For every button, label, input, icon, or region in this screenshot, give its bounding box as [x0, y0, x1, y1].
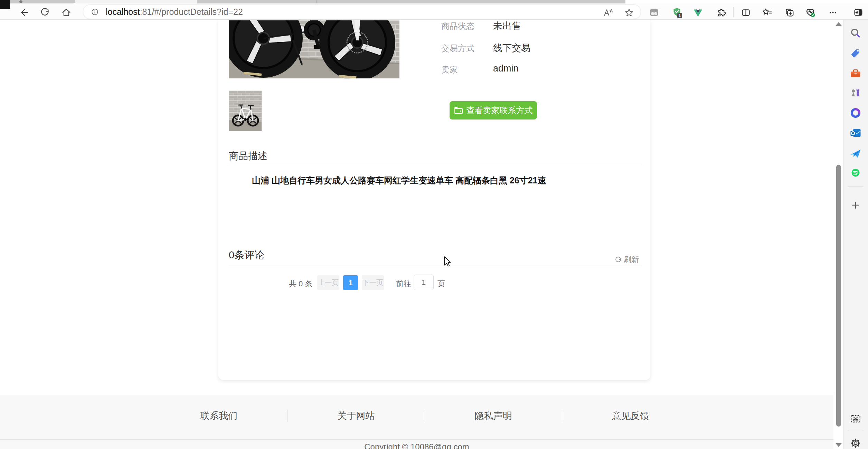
read-aloud-button[interactable]: [601, 6, 614, 19]
active-tab-partial[interactable]: [75, 0, 197, 3]
sidebar-drop-button[interactable]: [848, 146, 863, 161]
footer-link-feedback[interactable]: 意见反馈: [562, 410, 699, 422]
sidebar-spotify-button[interactable]: [848, 165, 863, 180]
window-edge-corner: [0, 0, 10, 9]
description-section-title: 商品描述: [229, 150, 267, 163]
sidebar-add-button[interactable]: [848, 198, 863, 213]
info-value-trade-method: 线下交易: [493, 42, 530, 54]
sidebar-toggle-icon: [852, 7, 864, 18]
mouse-cursor: [443, 256, 452, 269]
sidebar-m365-button[interactable]: [848, 105, 863, 121]
bike-photo: Wellcis: [229, 20, 399, 78]
site-info-icon: [90, 7, 100, 17]
footer-link-about-site[interactable]: 关于网站: [287, 410, 425, 422]
refresh-button[interactable]: [39, 6, 51, 19]
extension-vue-devtools-button[interactable]: [692, 6, 704, 19]
comments-divider: [229, 266, 642, 266]
pagination-total: 共 0 条: [289, 279, 312, 289]
product-thumbnail[interactable]: [229, 90, 262, 131]
description-divider: [229, 165, 642, 165]
url-text[interactable]: localhost:81/#/productDetails?id=22: [106, 4, 243, 19]
info-label-seller: 卖家: [441, 64, 458, 75]
favorite-star-icon: [623, 7, 635, 18]
grayapp-extension-icon: [648, 6, 660, 19]
copyright-divider: [0, 439, 833, 440]
favorites-list-icon: [761, 7, 773, 18]
settings-more-button[interactable]: [827, 6, 839, 19]
essentials-heart-pulse-icon: [804, 6, 817, 19]
info-value-seller: admin: [493, 63, 519, 74]
comments-count-title: 0条评论: [229, 248, 264, 262]
back-icon: [18, 7, 30, 18]
extension-shield-button[interactable]: 1: [671, 6, 683, 19]
pagination-jump-input[interactable]: [414, 275, 434, 290]
sidebar-screenshot-button[interactable]: [848, 411, 863, 427]
read-aloud-icon: [602, 7, 613, 18]
bike-thumbnail-photo: [229, 91, 262, 131]
pagination-jump-prefix: 前往: [396, 279, 411, 289]
sidebar-search-button[interactable]: [848, 26, 863, 41]
site-info-button[interactable]: [88, 6, 101, 18]
microsoft-365-icon: [849, 106, 862, 120]
pagination-jump-suffix: 页: [437, 279, 445, 289]
scrollbar-down-arrow[interactable]: [836, 443, 842, 447]
home-icon: [60, 7, 72, 18]
shield-check-extension-icon: 1: [671, 6, 683, 19]
shopping-tag-icon: [849, 46, 862, 60]
edge-sidebar: [843, 20, 868, 449]
sidebar-outlook-button[interactable]: [848, 125, 863, 141]
pagination-page-1-button[interactable]: 1: [343, 275, 358, 290]
tab-separator: [316, 0, 317, 3]
favorites-hub-button[interactable]: [761, 6, 773, 19]
sidebar-tools-button[interactable]: [848, 66, 863, 81]
gear-settings-icon: [849, 437, 862, 449]
split-screen-button[interactable]: [739, 6, 752, 19]
shield-badge-count: 1: [679, 13, 681, 18]
sidebar-games-button[interactable]: [848, 85, 863, 101]
pagination-next-button[interactable]: 下一页: [362, 275, 384, 290]
more-ellipsis-icon: [827, 7, 839, 18]
pagination-prev-button[interactable]: 上一页: [317, 275, 339, 290]
puzzle-extensions-icon: [715, 7, 727, 19]
sidebar-toggle-button[interactable]: [852, 6, 865, 19]
home-button[interactable]: [60, 6, 73, 19]
refresh-icon: [39, 7, 51, 18]
back-button[interactable]: [18, 6, 30, 19]
extension-grayapp-button[interactable]: [648, 6, 660, 19]
footer-top-divider: [0, 395, 833, 395]
scrollbar-thumb[interactable]: [836, 165, 841, 427]
sidebar-divider: [848, 187, 864, 187]
view-seller-contact-button[interactable]: 查看卖家联系方式: [450, 101, 537, 120]
sidebar-settings-button[interactable]: [848, 436, 863, 449]
browser-essentials-button[interactable]: [804, 6, 817, 19]
plus-icon: [849, 199, 862, 211]
product-main-image[interactable]: Wellcis: [229, 20, 399, 78]
browser-tab-partial-right[interactable]: [197, 0, 625, 3]
scrollbar-up-arrow[interactable]: [836, 22, 842, 26]
view-seller-contact-label: 查看卖家联系方式: [466, 105, 533, 116]
toolbar-divider: [733, 7, 734, 17]
extensions-menu-button[interactable]: [715, 6, 727, 19]
split-screen-icon: [740, 7, 752, 18]
info-label-status: 商品状态: [441, 21, 474, 32]
collections-icon: [783, 7, 795, 18]
refresh-comments-label: 刷新: [624, 255, 639, 265]
info-value-status: 未出售: [493, 20, 521, 32]
info-label-trade-method: 交易方式: [441, 43, 474, 54]
add-favorite-button[interactable]: [623, 6, 635, 19]
footer-link-contact-us[interactable]: 联系我们: [150, 410, 287, 422]
sidebar-bottom-divider: [848, 430, 864, 430]
collections-button[interactable]: [783, 6, 795, 19]
sidebar-shopping-button[interactable]: [848, 46, 863, 61]
search-icon: [849, 26, 862, 40]
footer-links-row: 联系我们 关于网站 隐私声明 意见反馈: [150, 410, 699, 422]
footer-link-privacy[interactable]: 隐私声明: [425, 410, 562, 422]
tab-favicon-dot: [19, 0, 22, 3]
url-path: :81/#/productDetails?id=22: [140, 7, 243, 17]
vue-logo-icon: [692, 7, 704, 18]
paper-plane-icon: [849, 146, 862, 160]
refresh-comments-link[interactable]: 刷新: [615, 255, 639, 265]
url-host: localhost: [106, 7, 140, 17]
product-description-text: 山浦 山地自行车男女成人公路赛车网红学生变速单车 高配辐条白黑 26寸21速: [252, 175, 546, 186]
spotify-icon: [849, 166, 862, 180]
